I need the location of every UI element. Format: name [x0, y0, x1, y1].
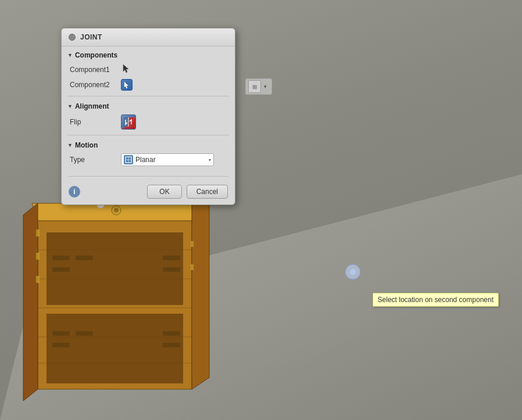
ok-button[interactable]: OK [147, 185, 181, 199]
svg-point-31 [350, 269, 356, 275]
view-toolbar: ⊞ ▾ [245, 78, 272, 95]
dialog-titlebar: JOINT [62, 28, 235, 46]
component2-cursor-svg [123, 81, 131, 89]
footer-sep [67, 176, 229, 177]
type-control: Planar ▾ [121, 153, 227, 166]
type-dropdown[interactable]: Planar ▾ [121, 153, 214, 166]
type-label: Type [70, 156, 116, 164]
type-dropdown-arrow: ▾ [209, 157, 211, 163]
dialog-title: JOINT [80, 33, 102, 41]
component2-control[interactable] [121, 79, 227, 91]
joint-dialog: JOINT ▼ Components Component1 Comp [61, 28, 235, 205]
flip-icon [123, 117, 134, 127]
svg-rect-33 [124, 117, 128, 127]
type-dropdown-inner: Planar [124, 155, 156, 164]
svg-point-24 [114, 208, 119, 213]
component1-label: Component1 [70, 66, 116, 74]
svg-rect-25 [36, 229, 40, 236]
components-label: Components [75, 51, 117, 59]
flip-button[interactable] [121, 114, 136, 130]
view-toggle-button[interactable]: ⊞ [248, 80, 261, 93]
svg-rect-18 [52, 331, 70, 336]
dialog-body: ▼ Components Component1 Component2 [62, 46, 235, 173]
view-dropdown-arrow[interactable]: ▾ [261, 80, 269, 93]
svg-marker-11 [23, 203, 38, 401]
type-icon [124, 155, 133, 164]
svg-rect-9 [47, 314, 183, 383]
sep1 [67, 96, 229, 96]
component2-row: Component2 [62, 77, 235, 92]
planar-icon [125, 156, 132, 163]
alignment-arrow: ▼ [67, 103, 73, 109]
scene-background: ⊞ ▾ Select location on second component … [0, 0, 522, 420]
svg-rect-16 [163, 256, 180, 260]
flip-row: Flip [62, 113, 235, 131]
type-value: Planar [135, 156, 156, 164]
flip-control [121, 114, 227, 130]
svg-rect-19 [76, 331, 93, 336]
svg-rect-17 [163, 267, 180, 272]
cancel-button[interactable]: Cancel [187, 185, 228, 199]
svg-rect-26 [36, 253, 40, 260]
svg-rect-15 [52, 267, 70, 272]
component1-control [121, 63, 227, 76]
svg-rect-14 [76, 256, 93, 260]
flip-label: Flip [70, 118, 116, 126]
type-row: Type Planar [62, 152, 235, 168]
motion-label: Motion [75, 141, 98, 149]
component2-button[interactable] [121, 79, 133, 91]
svg-rect-29 [191, 264, 194, 270]
alignment-section-header[interactable]: ▼ Alignment [62, 100, 235, 113]
motion-section-header[interactable]: ▼ Motion [62, 139, 235, 152]
components-arrow: ▼ [67, 52, 73, 58]
svg-rect-21 [163, 331, 180, 336]
selection-tooltip: Select location on second component [373, 293, 499, 307]
alignment-label: Alignment [75, 102, 109, 110]
component1-cursor-icon [121, 63, 133, 74]
svg-rect-22 [163, 343, 180, 347]
motion-arrow: ▼ [67, 142, 73, 148]
footer-buttons: OK Cancel [147, 185, 228, 199]
svg-rect-20 [52, 343, 70, 347]
dialog-close-dot[interactable] [69, 34, 76, 41]
svg-rect-34 [128, 117, 133, 127]
sep2 [67, 135, 229, 135]
dialog-footer: i OK Cancel [62, 180, 235, 204]
svg-marker-12 [192, 192, 209, 389]
svg-rect-13 [52, 256, 70, 260]
component2-label: Component2 [70, 81, 116, 89]
component1-row: Component1 [62, 62, 235, 77]
components-section-header[interactable]: ▼ Components [62, 49, 235, 62]
svg-rect-27 [36, 276, 40, 283]
svg-rect-28 [191, 241, 194, 247]
info-button[interactable]: i [69, 186, 80, 198]
